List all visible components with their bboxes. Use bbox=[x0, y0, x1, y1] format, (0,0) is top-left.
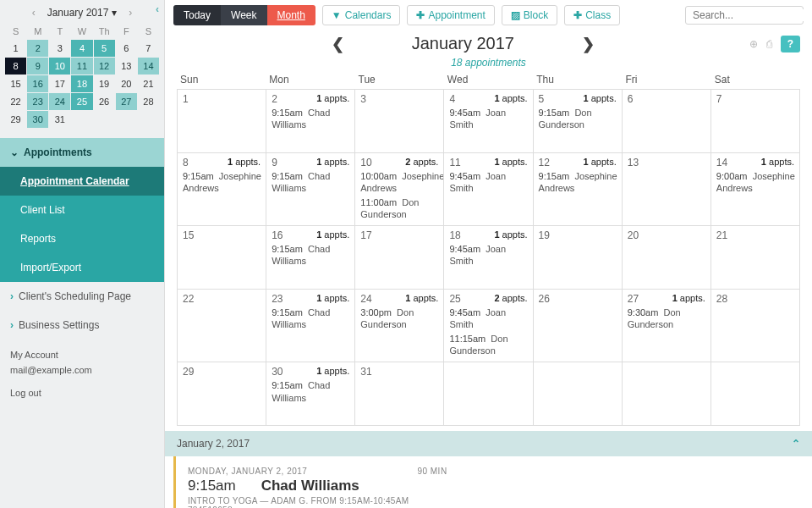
mini-cal-next[interactable]: › bbox=[122, 7, 139, 19]
mini-cal-prev[interactable]: ‹ bbox=[25, 7, 42, 19]
appointment-item[interactable]: 9:15am Don Gunderson bbox=[539, 107, 617, 131]
week-button[interactable]: Week bbox=[221, 5, 266, 25]
day-cell[interactable]: 102 appts.10:00am Josephine Andrews11:00… bbox=[355, 153, 444, 225]
mini-day-31[interactable]: 31 bbox=[49, 111, 70, 128]
print-icon[interactable]: ⎙ bbox=[766, 38, 772, 50]
appointment-item[interactable]: 9:15am Chad Williams bbox=[272, 379, 349, 404]
day-cell[interactable]: 81 appts.9:15am Josephine Andrews bbox=[178, 153, 266, 225]
mini-day-30[interactable]: 30 bbox=[27, 111, 48, 128]
mini-day-21[interactable]: 21 bbox=[138, 75, 159, 92]
day-cell[interactable]: 252 appts.9:45am Joan Smith11:15am Don G… bbox=[444, 290, 533, 362]
nav-item-appointment-calendar[interactable]: Appointment Calendar bbox=[0, 167, 164, 196]
mini-day-2[interactable]: 2 bbox=[27, 40, 48, 57]
mini-day-13[interactable]: 13 bbox=[116, 58, 137, 75]
mini-day-9[interactable]: 9 bbox=[27, 58, 48, 75]
appointment-item[interactable]: 9:45am Joan Smith bbox=[449, 243, 527, 268]
appointment-item[interactable]: 9:45am Joan Smith bbox=[449, 170, 527, 195]
mini-day-28[interactable]: 28 bbox=[138, 93, 159, 110]
mini-day-6[interactable]: 6 bbox=[116, 40, 137, 57]
appointment-item[interactable]: 11:00am Don Gunderson bbox=[360, 196, 438, 221]
my-account-link[interactable]: My Account bbox=[10, 350, 58, 360]
day-cell[interactable] bbox=[623, 362, 711, 425]
mini-day-19[interactable]: 19 bbox=[94, 75, 115, 92]
mini-day-20[interactable]: 20 bbox=[116, 75, 137, 92]
appointment-item[interactable]: 9:15am Josephine Andrews bbox=[539, 170, 617, 195]
zoom-icon[interactable]: ⊕ bbox=[749, 38, 758, 50]
cal-next[interactable]: ❯ bbox=[565, 35, 612, 53]
nav-item-client-list[interactable]: Client List bbox=[0, 196, 164, 224]
day-cell[interactable]: 13 bbox=[623, 153, 711, 225]
appointment-item[interactable]: 3:00pm Don Gunderson bbox=[360, 306, 438, 331]
mini-day-1[interactable]: 1 bbox=[5, 40, 26, 57]
mini-day-16[interactable]: 16 bbox=[27, 75, 48, 92]
appointment-item[interactable]: 9:00am Josephine Andrews bbox=[716, 170, 794, 195]
appointment-item[interactable]: 10:00am Josephine Andrews bbox=[360, 170, 438, 195]
day-cell[interactable]: 181 appts.9:45am Joan Smith bbox=[444, 226, 533, 289]
cal-prev[interactable]: ❮ bbox=[315, 35, 361, 53]
nav-item-reports[interactable]: Reports bbox=[0, 224, 164, 253]
nav-link-client-s-scheduling-page[interactable]: ›Client's Scheduling Page bbox=[0, 282, 164, 311]
day-cell[interactable]: 6 bbox=[623, 90, 711, 152]
logout-link[interactable]: Log out bbox=[10, 388, 41, 398]
appointment-detail[interactable]: MONDAY, JANUARY 2, 201790 MIN 9:15amChad… bbox=[173, 456, 812, 508]
today-button[interactable]: Today bbox=[173, 5, 221, 25]
mini-day-7[interactable]: 7 bbox=[138, 40, 159, 57]
mini-day-10[interactable]: 10 bbox=[49, 58, 70, 75]
mini-day-14[interactable]: 14 bbox=[138, 58, 159, 75]
mini-day-18[interactable]: 18 bbox=[71, 75, 92, 92]
day-cell[interactable]: 28 bbox=[711, 290, 800, 362]
day-cell[interactable]: 21 bbox=[711, 226, 800, 289]
mini-day-5[interactable]: 5 bbox=[94, 40, 115, 57]
day-cell[interactable]: 241 appts.3:00pm Don Gunderson bbox=[355, 290, 444, 362]
new-appointment-button[interactable]: ✚Appointment bbox=[407, 5, 494, 25]
appointment-item[interactable]: 9:15am Chad Williams bbox=[272, 306, 349, 331]
appointment-item[interactable]: 9:15am Chad Williams bbox=[272, 107, 349, 131]
nav-item-import-export[interactable]: Import/Export bbox=[0, 253, 164, 282]
mini-day-4[interactable]: 4 bbox=[71, 40, 92, 57]
mini-cal-title[interactable]: January 2017 bbox=[47, 7, 109, 19]
day-cell[interactable]: 161 appts.9:15am Chad Williams bbox=[266, 226, 355, 289]
search-box[interactable]: ◯ bbox=[685, 6, 804, 25]
day-cell[interactable]: 29 bbox=[178, 362, 266, 425]
appointment-item[interactable]: 9:15am Chad Williams bbox=[272, 170, 349, 195]
mini-day-22[interactable]: 22 bbox=[5, 93, 26, 110]
mini-day-24[interactable]: 24 bbox=[49, 93, 70, 110]
day-cell[interactable]: 7 bbox=[711, 90, 800, 152]
day-cell[interactable]: 21 appts.9:15am Chad Williams bbox=[266, 90, 355, 152]
day-cell[interactable]: 111 appts.9:45am Joan Smith bbox=[444, 153, 533, 225]
class-button[interactable]: ✚Class bbox=[564, 5, 620, 25]
day-cell[interactable]: 301 appts.9:15am Chad Williams bbox=[266, 362, 355, 425]
appointment-item[interactable]: 9:15am Chad Williams bbox=[272, 243, 349, 268]
day-cell[interactable]: 20 bbox=[623, 226, 711, 289]
day-cell[interactable] bbox=[444, 362, 533, 425]
day-cell[interactable]: 31 bbox=[355, 362, 444, 425]
appointment-item[interactable]: 9:45am Joan Smith bbox=[449, 306, 527, 331]
appointment-item[interactable]: 9:30am Don Gunderson bbox=[628, 306, 705, 331]
day-cell[interactable]: 17 bbox=[355, 226, 444, 289]
mini-day-26[interactable]: 26 bbox=[94, 93, 115, 110]
day-cell[interactable]: 3 bbox=[355, 90, 444, 152]
day-cell[interactable]: 91 appts.9:15am Chad Williams bbox=[266, 153, 355, 225]
appointment-item[interactable]: 9:45am Joan Smith bbox=[449, 107, 527, 131]
day-cell[interactable]: 1 bbox=[178, 90, 266, 152]
mini-day-29[interactable]: 29 bbox=[5, 111, 26, 128]
mini-day-11[interactable]: 11 bbox=[71, 58, 92, 75]
appointment-item[interactable]: 9:15am Josephine Andrews bbox=[183, 170, 261, 195]
appointment-item[interactable]: 11:15am Don Gunderson bbox=[449, 333, 527, 357]
month-button[interactable]: Month bbox=[267, 5, 315, 25]
day-cell[interactable]: 22 bbox=[178, 290, 266, 362]
help-button[interactable]: ? bbox=[781, 36, 800, 52]
mini-day-15[interactable]: 15 bbox=[5, 75, 26, 92]
mini-day-17[interactable]: 17 bbox=[49, 75, 70, 92]
mini-day-23[interactable]: 23 bbox=[27, 93, 48, 110]
day-cell[interactable]: 271 appts.9:30am Don Gunderson bbox=[623, 290, 711, 362]
day-cell[interactable]: 121 appts.9:15am Josephine Andrews bbox=[534, 153, 623, 225]
search-input[interactable] bbox=[693, 9, 812, 21]
mini-day-12[interactable]: 12 bbox=[94, 58, 115, 75]
detail-header[interactable]: January 2, 2017 ⌃ bbox=[165, 431, 812, 456]
nav-link-business-settings[interactable]: ›Business Settings bbox=[0, 311, 164, 340]
day-cell[interactable] bbox=[711, 362, 800, 425]
sidebar-collapse[interactable]: ‹ bbox=[156, 3, 159, 15]
nav-appointments-header[interactable]: ⌄Appointments bbox=[0, 138, 164, 167]
day-cell[interactable]: 19 bbox=[534, 226, 623, 289]
